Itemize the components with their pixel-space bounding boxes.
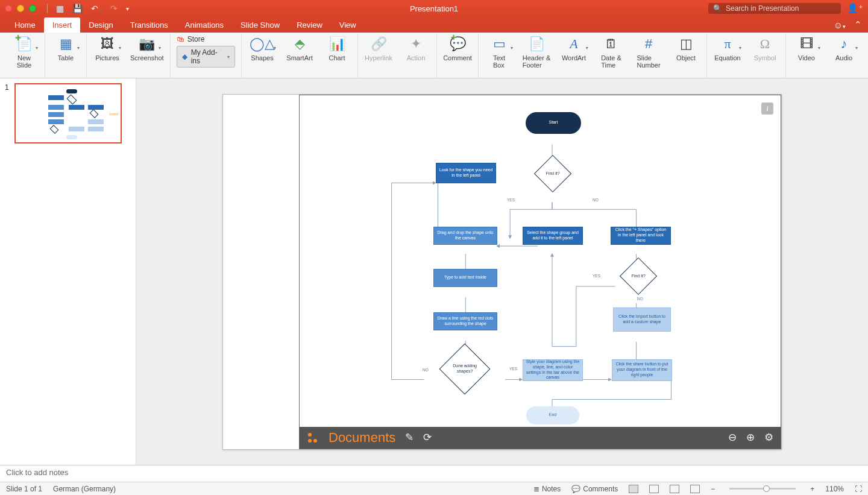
zoom-in-icon[interactable]: ⊕ xyxy=(746,431,755,444)
tab-slideshow[interactable]: Slide Show xyxy=(232,17,288,33)
qat-customize-icon[interactable]: ▾ xyxy=(126,5,129,12)
settings-icon[interactable]: ⚙ xyxy=(764,431,773,444)
flow-find2: Find it? xyxy=(620,257,657,294)
slide-thumbnail[interactable]: 1 Lucid xyxy=(5,83,131,143)
maximize-window-button[interactable] xyxy=(29,5,36,12)
tab-review[interactable]: Review xyxy=(288,17,331,33)
slide-number-button[interactable]: #Slide Number xyxy=(634,35,663,69)
refresh-icon[interactable]: ⟳ xyxy=(423,431,432,444)
slide-thumbnails-panel[interactable]: 1 Lucid xyxy=(0,78,136,465)
lucidchart-embed[interactable]: i xyxy=(299,95,781,449)
search-icon: 🔍 xyxy=(713,4,722,13)
object-button[interactable]: ◫Object xyxy=(671,35,700,69)
flow-find1: Find it? xyxy=(534,154,571,192)
redo-icon[interactable]: ↷ xyxy=(110,4,118,13)
zoom-slider[interactable] xyxy=(729,488,796,490)
zoom-level[interactable]: 110% xyxy=(825,485,844,493)
equation-button[interactable]: π▾Equation xyxy=(713,35,742,61)
thumbnail-number: 1 xyxy=(5,83,11,143)
zoom-out-icon[interactable]: ⊖ xyxy=(728,431,737,444)
status-bar: Slide 1 of 1 German (Germany) ≣ Notes 💬 … xyxy=(0,482,868,495)
minimize-window-button[interactable] xyxy=(17,5,24,12)
smartart-button[interactable]: ⬘SmartArt xyxy=(285,35,314,61)
flow-start: Start xyxy=(526,112,581,134)
collapse-ribbon-icon[interactable]: ⌃ xyxy=(854,19,862,30)
quick-access-toolbar: ▦ 💾 ↶▾ ↷ ▾ xyxy=(47,4,129,13)
window-controls xyxy=(5,5,36,12)
share-icon[interactable]: 👤⁺ xyxy=(847,3,863,14)
flow-share: Click the share button to put your diagr… xyxy=(612,359,672,381)
flow-drawline: Draw a line using the red dots surroundi… xyxy=(433,312,497,330)
status-language[interactable]: German (Germany) xyxy=(53,485,116,493)
ribbon: 📄✚▾New Slide ▦▾Table 🖼▾Pictures 📷▾Screen… xyxy=(0,33,868,78)
slideshow-view-icon[interactable] xyxy=(690,485,700,493)
label-no-3: NO xyxy=(423,368,429,372)
reading-view-icon[interactable] xyxy=(670,485,679,493)
symbol-button: ΩSymbol xyxy=(750,35,779,61)
flow-import: Click the Import button to add a custom … xyxy=(613,307,671,332)
slide-canvas-area[interactable]: i xyxy=(136,78,868,465)
flow-done: Done adding shapes? xyxy=(439,343,491,394)
header-footer-button[interactable]: 📄Header & Footer xyxy=(522,35,551,69)
textbox-button[interactable]: ▭▾Text Box xyxy=(485,35,514,69)
edit-icon[interactable]: ✎ xyxy=(405,431,414,444)
audio-button[interactable]: ♪▾Audio xyxy=(829,35,858,61)
notes-pane[interactable]: Click to add notes xyxy=(0,465,868,482)
flow-look: Look for the shape you need in the left … xyxy=(436,163,496,183)
video-button[interactable]: 🎞▾Video xyxy=(792,35,821,61)
notes-toggle[interactable]: ≣ Notes xyxy=(533,485,561,493)
flow-end: End xyxy=(526,406,579,424)
flow-select: Select the shape group and add it to the… xyxy=(523,227,583,245)
pictures-button[interactable]: 🖼▾Pictures xyxy=(93,35,122,61)
feedback-icon[interactable]: ☺▾ xyxy=(834,20,846,30)
tab-home[interactable]: Home xyxy=(6,17,44,33)
wordart-button[interactable]: A▾WordArt xyxy=(559,35,588,69)
search-box[interactable]: 🔍 xyxy=(708,3,841,14)
close-window-button[interactable] xyxy=(5,5,12,12)
new-slide-button[interactable]: 📄✚▾New Slide xyxy=(10,35,39,69)
comments-toggle[interactable]: 💬 Comments xyxy=(571,485,618,493)
documents-button[interactable]: Documents xyxy=(329,430,395,446)
undo-icon[interactable]: ↶▾ xyxy=(91,4,102,13)
workspace: 1 Lucid xyxy=(0,78,868,465)
tab-design[interactable]: Design xyxy=(80,17,121,33)
autosave-icon[interactable]: ▦ xyxy=(56,4,64,13)
normal-view-icon[interactable] xyxy=(629,485,638,493)
flow-drag: Drag and drop the shape onto the canvas xyxy=(433,227,497,245)
titlebar: ▦ 💾 ↶▾ ↷ ▾ Presentation1 🔍 👤⁺ xyxy=(0,0,868,17)
search-input[interactable] xyxy=(726,4,836,13)
info-icon[interactable]: i xyxy=(761,102,773,115)
slide[interactable]: i xyxy=(222,94,782,450)
label-yes-3: YES xyxy=(509,367,517,371)
store-button[interactable]: 🛍Store xyxy=(177,35,205,43)
hyperlink-button: 🔗Hyperlink xyxy=(364,35,393,61)
notes-placeholder: Click to add notes xyxy=(6,468,68,477)
sorter-view-icon[interactable] xyxy=(649,485,659,493)
label-yes-2: YES xyxy=(593,274,600,278)
screenshot-button[interactable]: 📷▾Screenshot xyxy=(130,35,164,61)
table-button[interactable]: ▦▾Table xyxy=(51,35,80,61)
ribbon-tabs: Home Insert Design Transitions Animation… xyxy=(0,17,868,33)
tab-transitions[interactable]: Transitions xyxy=(122,17,177,33)
my-addins-button[interactable]: ◆My Add-ins▾ xyxy=(177,46,235,68)
label-yes: YES xyxy=(507,198,515,202)
flow-type: Type to add text inside xyxy=(433,269,497,287)
tab-insert[interactable]: Insert xyxy=(44,17,81,33)
zoom-in-button[interactable]: + xyxy=(810,485,814,493)
label-no: NO xyxy=(593,198,599,202)
tab-view[interactable]: View xyxy=(331,17,365,33)
lucidchart-logo-icon xyxy=(307,432,319,444)
comment-button[interactable]: 💬✚Comment xyxy=(443,35,472,61)
date-time-button[interactable]: 🗓Date & Time xyxy=(597,35,626,69)
flow-click-more: Click the "+ Shapes" option in the left … xyxy=(611,227,671,245)
action-button: ✦Action xyxy=(401,35,430,61)
chart-button[interactable]: 📊Chart xyxy=(322,35,351,61)
shapes-button[interactable]: ◯△▾Shapes xyxy=(248,35,277,61)
tab-animations[interactable]: Animations xyxy=(177,17,232,33)
save-icon[interactable]: 💾 xyxy=(72,4,83,13)
zoom-out-button[interactable]: − xyxy=(711,485,715,493)
fit-to-window-icon[interactable]: ⛶ xyxy=(855,485,862,493)
lucidchart-toolbar: Documents ✎ ⟳ ⊖ ⊕ ⚙ xyxy=(300,427,781,449)
label-no-2: NO xyxy=(637,297,643,301)
status-slide-count: Slide 1 of 1 xyxy=(6,485,42,493)
